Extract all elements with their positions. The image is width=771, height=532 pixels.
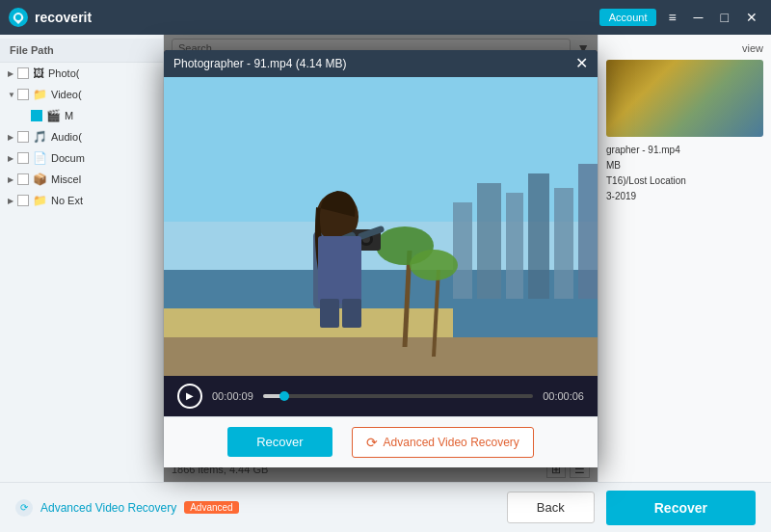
footer-actions: Back Recover xyxy=(507,491,756,525)
advanced-video-section: ⟳ Advanced Video Recovery Advanced xyxy=(15,499,239,517)
footer: ⟳ Advanced Video Recovery Advanced Back … xyxy=(0,482,771,532)
svg-rect-7 xyxy=(453,202,472,299)
current-time: 00:00:09 xyxy=(212,390,253,402)
file-info-size-row: MB xyxy=(606,158,763,173)
file-info-date-row: 3-2019 xyxy=(606,189,763,204)
arrow-icon: ▶ xyxy=(8,175,17,184)
menu-button[interactable]: ≡ xyxy=(662,9,681,26)
checkbox-documents[interactable] xyxy=(17,152,29,164)
arrow-icon: ▶ xyxy=(8,133,17,142)
main-content: File Path ▶ 🖼 Photo( ▼ 📁 Video( 🎬 M ▶ 🎵 … xyxy=(0,35,771,482)
recover-main-button[interactable]: Recover xyxy=(606,491,756,525)
svg-rect-29 xyxy=(320,299,339,328)
sidebar-label-documents: Docum xyxy=(51,152,85,164)
preview-thumbnail xyxy=(606,60,763,137)
video-modal-footer: Recover ⟳ Advanced Video Recovery xyxy=(164,416,598,467)
arrow-icon: ▶ xyxy=(8,69,17,78)
folder-icon-photos: 🖼 xyxy=(33,66,44,80)
photographer-scene xyxy=(164,77,598,376)
sidebar: File Path ▶ 🖼 Photo( ▼ 📁 Video( 🎬 M ▶ 🎵 … xyxy=(0,35,164,482)
svg-point-20 xyxy=(410,250,458,280)
sidebar-label-videos: Video( xyxy=(51,89,82,100)
video-modal-header: Photographer - 91.mp4 (4.14 MB) ✕ xyxy=(164,50,598,77)
checkbox-noext[interactable] xyxy=(17,195,29,206)
arrow-icon: ▼ xyxy=(8,91,17,99)
logo-icon xyxy=(8,7,29,28)
total-time: 00:00:06 xyxy=(543,390,584,402)
checkbox-audio[interactable] xyxy=(17,131,29,143)
checkbox-mp4[interactable] xyxy=(31,110,42,121)
file-info-path-row: T16)/Lost Location xyxy=(606,173,763,189)
checkbox-videos[interactable] xyxy=(17,89,29,100)
file-info-name: grapher - 91.mp4 xyxy=(606,143,680,158)
progress-bar[interactable] xyxy=(263,394,533,398)
preview-label: view xyxy=(606,42,763,54)
recover-button[interactable]: Recover xyxy=(227,427,332,457)
maximize-button[interactable]: □ xyxy=(715,9,734,26)
sidebar-item-photos[interactable]: ▶ 🖼 Photo( xyxy=(0,63,163,84)
file-info-name-row: grapher - 91.mp4 xyxy=(606,143,763,158)
advanced-video-button[interactable]: ⟳ Advanced Video Recovery xyxy=(352,427,534,458)
account-button[interactable]: Account xyxy=(599,9,657,26)
svg-point-1 xyxy=(15,14,21,20)
video-controls: ▶ 00:00:09 00:00:06 xyxy=(164,376,598,416)
arrow-icon: ▶ xyxy=(8,154,17,163)
file-info-path: T16)/Lost Location xyxy=(606,173,686,189)
svg-rect-8 xyxy=(477,183,501,299)
arrow-icon: ▶ xyxy=(8,197,17,205)
advanced-badge: Advanced xyxy=(184,501,238,514)
video-screen xyxy=(164,77,598,376)
checkbox-misc[interactable] xyxy=(17,173,29,185)
folder-icon-documents: 📄 xyxy=(33,151,47,165)
sidebar-label-audio: Audio( xyxy=(51,131,82,143)
title-bar: recoverit Account ≡ ─ □ ✕ xyxy=(0,0,771,35)
svg-rect-12 xyxy=(578,164,598,299)
file-info-size: MB xyxy=(606,158,621,173)
minimize-button[interactable]: ─ xyxy=(688,9,709,26)
video-modal: Photographer - 91.mp4 (4.14 MB) ✕ xyxy=(164,50,598,467)
sidebar-label-noext: No Ext xyxy=(51,195,83,206)
back-button[interactable]: Back xyxy=(507,492,595,523)
adv-video-icon: ⟳ xyxy=(366,435,378,450)
sidebar-label-misc: Miscel xyxy=(51,173,81,185)
right-panel: view grapher - 91.mp4 MB T16)/Lost Locat… xyxy=(598,35,771,482)
svg-rect-28 xyxy=(318,236,361,304)
folder-icon-audio: 🎵 xyxy=(33,130,47,144)
close-button[interactable]: ✕ xyxy=(740,9,763,26)
checkbox-photos[interactable] xyxy=(17,67,29,79)
preview-image xyxy=(606,60,763,137)
sidebar-item-videos[interactable]: ▼ 📁 Video( xyxy=(0,84,163,105)
sidebar-label-mp4: M xyxy=(65,110,73,121)
play-button[interactable]: ▶ xyxy=(177,384,202,409)
sidebar-item-documents[interactable]: ▶ 📄 Docum xyxy=(0,147,163,169)
video-close-button[interactable]: ✕ xyxy=(575,56,588,71)
folder-icon-videos: 📁 xyxy=(33,88,47,101)
title-bar-right: Account ≡ ─ □ ✕ xyxy=(599,9,763,26)
logo-text: recoverit xyxy=(35,10,92,25)
folder-icon-noext: 📁 xyxy=(33,194,47,207)
svg-rect-6 xyxy=(164,337,598,376)
content-area: ▼ VIDEO.mp4 4.11 MB MP4 12-13-2019 _.vid… xyxy=(164,35,598,482)
video-overlay: Photographer - 91.mp4 (4.14 MB) ✕ xyxy=(164,35,598,482)
adv-video-label: Advanced Video Recovery xyxy=(384,436,519,449)
svg-rect-9 xyxy=(506,193,523,299)
video-modal-title: Photographer - 91.mp4 (4.14 MB) xyxy=(173,57,346,70)
sidebar-item-noext[interactable]: ▶ 📁 No Ext xyxy=(0,190,163,211)
file-icon-mp4: 🎬 xyxy=(46,109,61,122)
title-bar-left: recoverit xyxy=(8,7,92,28)
file-info-date: 3-2019 xyxy=(606,189,636,204)
svg-rect-11 xyxy=(554,188,573,299)
sidebar-item-audio[interactable]: ▶ 🎵 Audio( xyxy=(0,126,163,147)
svg-rect-10 xyxy=(528,173,549,299)
sidebar-item-misc[interactable]: ▶ 📦 Miscel xyxy=(0,169,163,190)
progress-thumb xyxy=(279,391,289,401)
sidebar-label-photos: Photo( xyxy=(48,67,79,79)
folder-icon-misc: 📦 xyxy=(33,173,47,186)
svg-rect-30 xyxy=(342,299,361,328)
file-info: grapher - 91.mp4 MB T16)/Lost Location 3… xyxy=(606,143,763,204)
advanced-video-icon: ⟳ xyxy=(15,499,33,517)
advanced-video-label: Advanced Video Recovery xyxy=(40,501,176,515)
sidebar-header: File Path xyxy=(0,39,163,63)
sidebar-item-videos-mp4[interactable]: 🎬 M xyxy=(0,105,163,126)
